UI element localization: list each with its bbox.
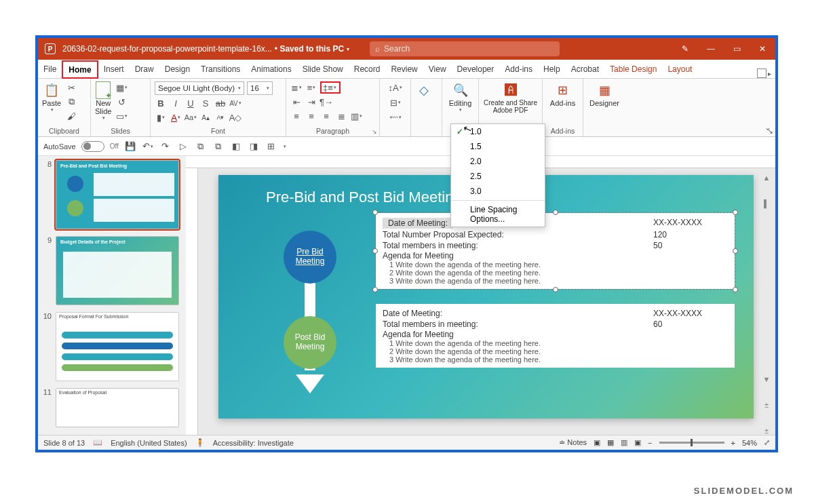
align-right-button[interactable]: ≡ — [320, 110, 332, 122]
notes-button[interactable]: ≐ Notes — [559, 438, 587, 447]
document-filename[interactable]: 20636-02-request-for-proposal-powerpoint… — [62, 44, 272, 54]
char-spacing-button[interactable]: AV▾ — [229, 97, 241, 109]
format-painter-icon[interactable]: 🖌 — [65, 110, 77, 122]
editing-button[interactable]: 🔍 Editing▾ — [446, 81, 474, 113]
close-button[interactable]: ✕ — [750, 38, 775, 60]
canvas-scrollbar[interactable]: ▲▌▼±± — [760, 168, 773, 435]
slide-thumb-8[interactable]: Pre-Bid and Post Bid Meeting — [56, 160, 179, 229]
bold-button[interactable]: B — [155, 97, 167, 109]
addins-button[interactable]: ⊞ Add-ins — [547, 81, 579, 107]
font-name-select[interactable]: Segoe UI Light (Body)▾ — [155, 81, 244, 95]
line-spacing-button[interactable]: ‡≡▾ — [320, 81, 341, 94]
slide-thumb-11[interactable]: Evaluation of Proposal — [56, 388, 179, 427]
qat-icon[interactable]: ◧ — [230, 140, 242, 153]
clear-format-button[interactable]: A◇ — [229, 111, 241, 123]
designer-button[interactable]: ▦ Designer — [587, 81, 621, 107]
spacing-1-0[interactable]: ↖1.0 — [451, 124, 545, 139]
highlight-button[interactable]: ▮▾ — [155, 111, 167, 123]
font-color-button[interactable]: A▾ — [170, 111, 182, 123]
tab-developer[interactable]: Developer — [452, 60, 500, 78]
spacing-options[interactable]: Line Spacing Options... — [451, 200, 545, 227]
maximize-button[interactable]: ▭ — [724, 38, 750, 60]
tab-animations[interactable]: Animations — [246, 60, 296, 78]
tab-addins[interactable]: Add-ins — [499, 60, 538, 78]
redo-icon[interactable]: ↷ — [159, 140, 172, 153]
postbid-circle[interactable]: Post Bid Meeting — [284, 316, 336, 369]
new-slide-button[interactable]: ✦ New Slide▾ — [95, 81, 111, 121]
zoom-out-icon[interactable]: − — [648, 439, 652, 447]
create-pdf-button[interactable]: 🅰 Create and Share Adobe PDF — [483, 81, 538, 114]
slide-counter[interactable]: Slide 8 of 13 — [43, 439, 85, 447]
decrease-indent-button[interactable]: ⇤ — [290, 96, 303, 108]
slide-title[interactable]: Pre-Bid and Post Bid Meeting — [266, 189, 462, 206]
search-box[interactable]: ⌕ Search — [370, 41, 560, 56]
shrink-font-button[interactable]: A▾ — [214, 111, 227, 123]
tab-layout[interactable]: Layout — [662, 60, 697, 78]
tab-transitions[interactable]: Transitions — [195, 60, 246, 78]
smartart-icon[interactable]: ⬳▾ — [389, 111, 402, 123]
spacing-2-0[interactable]: 2.0 — [451, 154, 545, 169]
save-status[interactable]: Saved to this PC — [279, 44, 344, 54]
spacing-2-5[interactable]: 2.5 — [451, 169, 545, 184]
slide-thumb-10[interactable]: Proposal Format For Submission — [56, 312, 179, 381]
qat-icon[interactable]: ⧉ — [212, 140, 225, 153]
from-beginning-icon[interactable]: ▷ — [177, 140, 189, 153]
tab-record[interactable]: Record — [349, 60, 386, 78]
tab-draw[interactable]: Draw — [130, 60, 159, 78]
bullets-button[interactable]: ≣▾ — [290, 81, 303, 94]
align-text-icon[interactable]: ⊟▾ — [389, 96, 402, 109]
language-status[interactable]: English (United States) — [111, 439, 187, 447]
sorter-view-icon[interactable]: ▦ — [607, 438, 614, 447]
layout-icon[interactable]: ▦▾ — [115, 81, 128, 94]
accessibility-status[interactable]: Accessibility: Investigate — [213, 439, 294, 447]
align-left-button[interactable]: ≡ — [290, 110, 303, 122]
qat-icon[interactable]: ⧉ — [195, 140, 207, 153]
tab-insert[interactable]: Insert — [98, 60, 130, 78]
change-case-button[interactable]: Aa▾ — [185, 111, 197, 123]
comments-icon[interactable] — [757, 69, 767, 78]
justify-button[interactable]: ≣ — [335, 110, 347, 122]
undo-icon[interactable]: ↶▾ — [142, 140, 154, 153]
text-direction-icon[interactable]: ↕A▾ — [389, 81, 402, 94]
slide-thumb-9[interactable]: Budget Details of the Project — [56, 236, 179, 305]
shapes-icon[interactable]: ◇ — [415, 81, 433, 99]
zoom-in-icon[interactable]: + — [731, 439, 735, 447]
ltr-button[interactable]: ¶→ — [320, 96, 332, 108]
increase-indent-button[interactable]: ⇥ — [305, 96, 317, 108]
font-size-select[interactable]: 16▾ — [247, 81, 273, 95]
qat-icon[interactable]: ⊞ — [265, 140, 277, 153]
paste-button[interactable]: 📋 Paste▾ — [42, 81, 61, 113]
zoom-level[interactable]: 54% — [742, 439, 757, 447]
save-icon[interactable]: 💾 — [124, 140, 136, 153]
align-center-button[interactable]: ≡ — [305, 110, 317, 122]
minimize-button[interactable]: — — [698, 38, 724, 60]
chevron-down-icon[interactable]: ▾ — [347, 46, 349, 52]
cut-icon[interactable]: ✂ — [65, 81, 77, 94]
prebid-circle[interactable]: Pre Bid Meeting — [284, 231, 336, 284]
tab-review[interactable]: Review — [385, 60, 423, 78]
grow-font-button[interactable]: A▴ — [199, 111, 212, 123]
qat-icon[interactable]: ◨ — [248, 140, 260, 153]
dialog-launcher-icon[interactable]: ↘ — [372, 128, 377, 135]
autosave-toggle[interactable] — [81, 141, 104, 152]
zoom-slider[interactable] — [659, 442, 724, 444]
copy-icon[interactable]: ⧉ — [65, 96, 77, 108]
draw-icon[interactable]: ✎ — [672, 38, 698, 60]
prebid-table[interactable]: Date of Meeting:XX-XX-XXXX Total Number … — [376, 213, 735, 289]
spellcheck-icon[interactable]: 📖 — [93, 438, 102, 447]
tab-table-design[interactable]: Table Design — [604, 60, 662, 78]
postbid-table[interactable]: Date of Meeting:XX-XX-XXXX Total members… — [376, 304, 735, 368]
collapse-ribbon-icon[interactable]: ⌄ — [764, 123, 771, 132]
shadow-button[interactable]: S — [199, 97, 212, 109]
normal-view-icon[interactable]: ▣ — [594, 438, 600, 447]
tab-file[interactable]: File — [38, 60, 62, 78]
tab-slideshow[interactable]: Slide Show — [297, 60, 349, 78]
tab-view[interactable]: View — [423, 60, 452, 78]
slideshow-view-icon[interactable]: ▣ — [634, 438, 641, 447]
strike-button[interactable]: ab — [214, 97, 227, 109]
fit-icon[interactable]: ⤢ — [764, 438, 770, 447]
spacing-1-5[interactable]: 1.5 — [451, 139, 545, 154]
tab-design[interactable]: Design — [159, 60, 195, 78]
accessibility-icon[interactable]: 🧍 — [195, 438, 205, 447]
section-icon[interactable]: ▭▾ — [115, 110, 128, 122]
